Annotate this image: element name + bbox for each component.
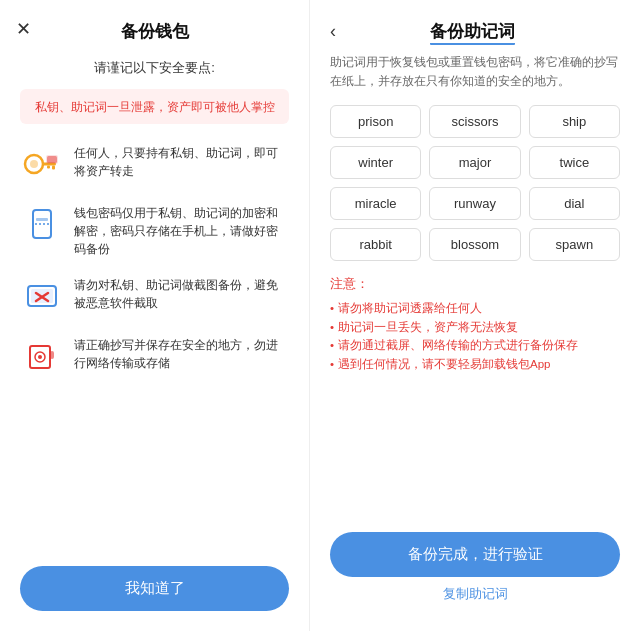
mnemonic-word: rabbit <box>330 228 421 261</box>
close-icon: ✕ <box>16 19 31 39</box>
screenshot-icon <box>20 274 64 318</box>
mnemonic-word: major <box>429 146 520 179</box>
tip-item-password: 钱包密码仅用于私钥、助记词的加密和解密，密码只存储在手机上，请做好密码备份 <box>20 202 289 258</box>
tip-password-text: 钱包密码仅用于私钥、助记词的加密和解密，密码只存储在手机上，请做好密码备份 <box>74 202 289 258</box>
tip-item-screenshot: 请勿对私钥、助记词做截图备份，避免被恶意软件截取 <box>20 274 289 318</box>
tip-safe-text: 请正确抄写并保存在安全的地方，勿进行网络传输或存储 <box>74 334 289 372</box>
key-icon <box>20 142 64 186</box>
mnemonic-word: blossom <box>429 228 520 261</box>
warning-box: 私钥、助记词一旦泄露，资产即可被他人掌控 <box>20 89 289 124</box>
copy-mnemonic-button[interactable]: 复制助记词 <box>330 577 620 611</box>
backup-complete-button[interactable]: 备份完成，进行验证 <box>330 532 620 577</box>
right-header: ‹ 备份助记词 <box>330 20 620 43</box>
svg-rect-6 <box>47 156 57 163</box>
warning-text: 私钥、助记词一旦泄露，资产即可被他人掌控 <box>35 100 275 114</box>
mnemonic-word: spawn <box>529 228 620 261</box>
notice-item: 助记词一旦丢失，资产将无法恢复 <box>330 318 620 336</box>
mnemonic-word: twice <box>529 146 620 179</box>
left-panel: ✕ 备份钱包 请谨记以下安全要点: 私钥、助记词一旦泄露，资产即可被他人掌控 任… <box>0 0 310 631</box>
notice-item: 遇到任何情况，请不要轻易卸载钱包App <box>330 355 620 373</box>
notice-item: 请勿通过截屏、网络传输的方式进行备份保存 <box>330 336 620 354</box>
close-button[interactable]: ✕ <box>16 18 31 40</box>
mnemonic-word: prison <box>330 105 421 138</box>
svg-rect-8 <box>36 218 48 221</box>
svg-rect-20 <box>50 351 54 359</box>
notice-section: 注意： 请勿将助记词透露给任何人助记词一旦丢失，资产将无法恢复请勿通过截屏、网络… <box>330 275 620 373</box>
svg-point-9 <box>35 223 37 225</box>
mnemonic-word: ship <box>529 105 620 138</box>
svg-point-10 <box>39 223 41 225</box>
mnemonic-word: miracle <box>330 187 421 220</box>
mnemonic-word: scissors <box>429 105 520 138</box>
back-button[interactable]: ‹ <box>330 21 336 42</box>
phone-icon <box>20 202 64 246</box>
svg-point-1 <box>30 160 38 168</box>
right-panel: ‹ 备份助记词 助记词用于恢复钱包或重置钱包密码，将它准确的抄写在纸上，并存放在… <box>310 0 640 631</box>
svg-rect-4 <box>47 166 50 169</box>
tip-key-text: 任何人，只要持有私钥、助记词，即可将资产转走 <box>74 142 289 180</box>
notice-title: 注意： <box>330 275 620 293</box>
left-title: 备份钱包 <box>20 20 289 43</box>
right-title: 备份助记词 <box>430 20 515 43</box>
confirm-button[interactable]: 我知道了 <box>20 566 289 611</box>
left-subtitle: 请谨记以下安全要点: <box>20 59 289 77</box>
mnemonic-word: winter <box>330 146 421 179</box>
svg-point-11 <box>43 223 45 225</box>
mnemonic-grid: prisonscissorsshipwintermajortwicemiracl… <box>330 105 620 261</box>
notice-item: 请勿将助记词透露给任何人 <box>330 299 620 317</box>
svg-rect-3 <box>52 166 55 170</box>
tip-item-safe: 请正确抄写并保存在安全的地方，勿进行网络传输或存储 <box>20 334 289 378</box>
svg-point-12 <box>47 223 49 225</box>
mnemonic-word: runway <box>429 187 520 220</box>
right-description: 助记词用于恢复钱包或重置钱包密码，将它准确的抄写在纸上，并存放在只有你知道的安全… <box>330 53 620 91</box>
svg-point-19 <box>38 355 42 359</box>
safe-icon <box>20 334 64 378</box>
mnemonic-word: dial <box>529 187 620 220</box>
tip-item-key: 任何人，只要持有私钥、助记词，即可将资产转走 <box>20 142 289 186</box>
tip-screenshot-text: 请勿对私钥、助记词做截图备份，避免被恶意软件截取 <box>74 274 289 312</box>
